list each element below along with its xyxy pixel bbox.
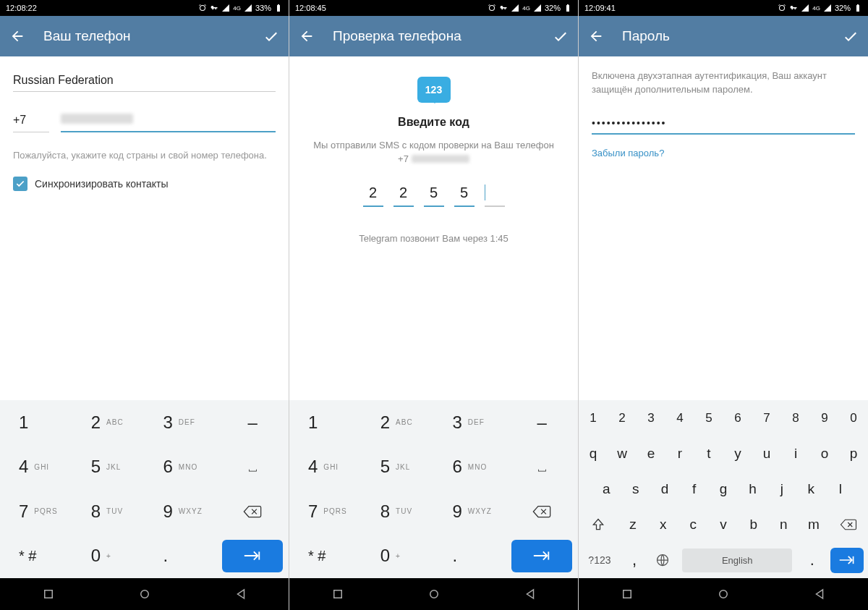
nav-back-icon[interactable] [813, 588, 826, 601]
key-g[interactable]: g [709, 471, 738, 507]
country-code-field[interactable]: +7 [13, 109, 49, 132]
key-q[interactable]: q [579, 436, 608, 471]
key-0[interactable]: 0+ [72, 534, 145, 579]
key-star-hash[interactable]: * # [289, 534, 362, 579]
key-dash[interactable]: – [506, 400, 578, 445]
key-1[interactable]: 1 [289, 400, 362, 445]
key-0[interactable]: 0 [839, 400, 868, 436]
key-1[interactable]: 1 [0, 400, 72, 445]
back-button[interactable] [9, 27, 26, 45]
sync-contacts-checkbox[interactable] [13, 177, 27, 191]
code-input[interactable]: 2 2 5 5 [363, 185, 505, 207]
backspace-key[interactable] [506, 489, 578, 534]
key-4[interactable]: 4GHI [289, 445, 362, 490]
key-f[interactable]: f [679, 471, 708, 507]
key-r[interactable]: r [665, 436, 694, 471]
key-y[interactable]: y [723, 436, 752, 471]
key-e[interactable]: e [637, 436, 665, 471]
nav-home-icon[interactable] [427, 588, 441, 601]
nav-back-icon[interactable] [234, 588, 247, 601]
key-k[interactable]: k [796, 471, 825, 507]
key-8[interactable]: 8 [781, 400, 810, 436]
enter-key[interactable] [511, 540, 572, 573]
symbols-key[interactable]: ?123 [579, 543, 621, 578]
enter-key[interactable] [222, 540, 283, 573]
nav-recent-icon[interactable] [621, 588, 634, 601]
key-7[interactable]: 7 [752, 400, 781, 436]
key-1[interactable]: 1 [579, 400, 608, 436]
key-s[interactable]: s [621, 471, 650, 507]
key-6[interactable]: 6MNO [145, 445, 217, 490]
back-button[interactable] [587, 27, 605, 45]
key-p[interactable]: p [839, 436, 868, 471]
key-5[interactable]: 5JKL [362, 445, 434, 490]
backspace-key[interactable] [216, 489, 289, 534]
nav-recent-icon[interactable] [331, 588, 344, 601]
enter-key[interactable] [826, 543, 868, 578]
key-i[interactable]: i [781, 436, 810, 471]
twofa-info-text: Включена двухэтапная аутентификация, Ваш… [592, 69, 855, 97]
language-key[interactable] [648, 543, 676, 578]
phone-number-input[interactable] [61, 109, 276, 132]
shift-key[interactable] [579, 507, 618, 543]
key-6[interactable]: 6 [723, 400, 752, 436]
key-l[interactable]: l [826, 471, 855, 507]
key-3[interactable]: 3DEF [434, 400, 506, 445]
key-8[interactable]: 8TUV [362, 489, 434, 534]
key-u[interactable]: u [752, 436, 781, 471]
key-d[interactable]: d [650, 471, 679, 507]
password-input[interactable]: ••••••••••••••• [592, 113, 855, 135]
forgot-password-link[interactable]: Забыли пароль? [592, 148, 855, 158]
nav-back-icon[interactable] [524, 588, 537, 601]
key-3[interactable]: 3DEF [145, 400, 217, 445]
confirm-button[interactable] [263, 27, 280, 45]
key-9[interactable]: 9 [810, 400, 839, 436]
backspace-key[interactable] [829, 507, 868, 543]
key-v[interactable]: v [708, 507, 739, 543]
nav-recent-icon[interactable] [42, 588, 55, 601]
key-space[interactable]: ⎵ [216, 445, 289, 490]
key-2[interactable]: 2 [608, 400, 637, 436]
key-j[interactable]: j [767, 471, 796, 507]
key-3[interactable]: 3 [637, 400, 665, 436]
key-0[interactable]: 0+ [362, 534, 434, 579]
key-2[interactable]: 2ABC [72, 400, 145, 445]
key-t[interactable]: t [694, 436, 723, 471]
key-9[interactable]: 9WXYZ [434, 489, 506, 534]
key-7[interactable]: 7PQRS [289, 489, 362, 534]
key-4[interactable]: 4 [665, 400, 694, 436]
key-o[interactable]: o [810, 436, 839, 471]
key-b[interactable]: b [739, 507, 769, 543]
key-m[interactable]: m [799, 507, 829, 543]
key-9[interactable]: 9WXYZ [145, 489, 217, 534]
key-5[interactable]: 5 [694, 400, 723, 436]
key-7[interactable]: 7PQRS [0, 489, 72, 534]
key-a[interactable]: a [592, 471, 621, 507]
key-4[interactable]: 4GHI [0, 445, 72, 490]
key-n[interactable]: n [769, 507, 799, 543]
key-x[interactable]: x [648, 507, 678, 543]
key-z[interactable]: z [618, 507, 648, 543]
nav-home-icon[interactable] [138, 588, 151, 601]
comma-key[interactable]: , [621, 543, 649, 578]
confirm-button[interactable] [552, 27, 569, 45]
confirm-button[interactable] [842, 27, 859, 45]
space-key[interactable]: English [676, 543, 799, 578]
key-period[interactable]: . [145, 534, 217, 579]
key-6[interactable]: 6MNO [434, 445, 506, 490]
country-selector[interactable]: Russian Federation [13, 69, 276, 92]
key-5[interactable]: 5JKL [72, 445, 145, 490]
nav-home-icon[interactable] [717, 588, 730, 601]
back-button[interactable] [298, 27, 315, 45]
key-c[interactable]: c [678, 507, 709, 543]
page-title: Ваш телефон [43, 28, 263, 44]
key-2[interactable]: 2ABC [362, 400, 434, 445]
key-8[interactable]: 8TUV [72, 489, 145, 534]
key-dash[interactable]: – [216, 400, 289, 445]
key-period[interactable]: . [434, 534, 506, 579]
key-h[interactable]: h [738, 471, 767, 507]
key-w[interactable]: w [608, 436, 637, 471]
key-space[interactable]: ⎵ [506, 445, 578, 490]
key-star-hash[interactable]: * # [0, 534, 72, 579]
period-key[interactable]: . [799, 543, 827, 578]
